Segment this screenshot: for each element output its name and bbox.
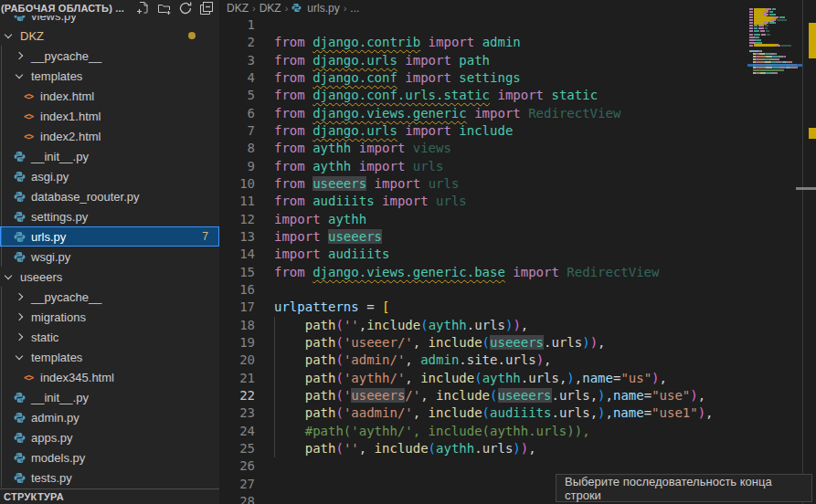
new-file-icon[interactable] [136, 1, 151, 16]
line-number[interactable]: 19 [219, 334, 274, 352]
code-line-26[interactable]: 26 [219, 457, 714, 475]
line-number[interactable]: 22 [219, 387, 274, 404]
code-line-15[interactable]: 15from django.views.generic.base import … [219, 264, 714, 281]
new-folder-icon[interactable] [157, 1, 172, 16]
tree-folder-dkz[interactable]: DKZ [0, 26, 219, 46]
code-line-22[interactable]: 22 path('useeers/', include(useeers.urls… [219, 387, 714, 404]
tree-folder-useeers[interactable]: useeers [0, 267, 219, 287]
tree-file-wsgi-py[interactable]: wsgi.py [0, 247, 219, 267]
breadcrumb-item[interactable]: ... [350, 2, 359, 15]
collapse-all-icon[interactable] [199, 1, 214, 16]
tree-file-index345-html[interactable]: <>index345.html [0, 367, 219, 387]
line-number[interactable]: 26 [219, 457, 274, 475]
code-line-9[interactable]: 9from aythh import urls [219, 158, 714, 175]
line-number[interactable]: 5 [219, 87, 274, 104]
code-line-10[interactable]: 10from useeers import urls [219, 175, 714, 193]
line-number[interactable]: 20 [219, 352, 274, 369]
breadcrumb-item[interactable]: DKZ [260, 2, 281, 15]
line-number[interactable]: 23 [219, 404, 274, 422]
code-line-11[interactable]: 11from audiiits import urls [219, 193, 714, 210]
line-number[interactable]: 14 [219, 246, 274, 263]
line-number[interactable]: 2 [219, 34, 274, 51]
line-number[interactable]: 1 [219, 16, 274, 34]
file-label: urls.py [31, 230, 66, 244]
line-number[interactable]: 4 [219, 69, 274, 87]
line-number[interactable]: 27 [219, 476, 274, 493]
minimap-line [777, 19, 787, 21]
workspace-section-header[interactable]: (РАБОЧАЯ ОБЛАСТЬ) ... [0, 0, 219, 16]
code-line-3[interactable]: 3from django.urls import path [219, 52, 714, 69]
code-line-5[interactable]: 5from django.conf.urls.static import sta… [219, 87, 714, 104]
breadcrumb-item[interactable]: urls.py [307, 2, 339, 15]
tree-file-index1-html[interactable]: <>index1.html [0, 106, 219, 126]
line-number[interactable]: 16 [219, 281, 274, 299]
code-line-6[interactable]: 6from django.views.generic import Redire… [219, 105, 714, 122]
line-number[interactable]: 15 [219, 264, 274, 281]
tree-file-models-py[interactable]: models.py [0, 447, 219, 467]
overview-ruler[interactable] [802, 0, 816, 504]
code-line-24[interactable]: 24 #path('aythh/', include(aythh.urls)), [219, 423, 714, 440]
line-number[interactable]: 9 [219, 158, 274, 175]
minimap-line [779, 58, 779, 60]
tree-file--init-py[interactable]: __init__.py [0, 146, 219, 166]
line-number[interactable]: 12 [219, 211, 274, 228]
code-line-16[interactable]: 16 [219, 281, 714, 299]
tree-file-apps-py[interactable]: apps.py [0, 427, 219, 447]
code-line-25[interactable]: 25 path('', include(aythh.urls)), [219, 440, 714, 457]
tree-file-index-html[interactable]: <>index.html [0, 86, 219, 106]
line-number[interactable]: 13 [219, 228, 274, 246]
tree-folder-templates[interactable]: templates [0, 347, 219, 367]
tree-folder-templates[interactable]: templates [0, 66, 219, 86]
tree-file-urls-py[interactable]: urls.py7 [0, 226, 219, 247]
code-line-4[interactable]: 4from django.conf import settings [219, 69, 714, 87]
line-number[interactable]: 8 [219, 140, 274, 157]
code-line-21[interactable]: 21 path('aythh/', include(aythh.urls,),n… [219, 370, 714, 387]
code-line-20[interactable]: 20 path('admin/', admin.site.urls), [219, 352, 714, 369]
tree-folder--pycache-[interactable]: __pycache__ [0, 287, 219, 307]
tree-file-admin-py[interactable]: admin.py [0, 407, 219, 427]
code-line-17[interactable]: 17urlpatterns = [ [219, 299, 714, 316]
tree-file--init-py[interactable]: __init__.py [0, 387, 219, 407]
code-line-13[interactable]: 13import useeers [219, 228, 714, 246]
line-number[interactable]: 11 [219, 193, 274, 210]
tree-folder-migrations[interactable]: migrations [0, 307, 219, 327]
code-token [429, 194, 436, 208]
code-line-12[interactable]: 12import aythh [219, 211, 714, 228]
code-area[interactable]: 12from django.contrib import admin3from … [219, 16, 714, 504]
tree-file-settings-py[interactable]: settings.py [0, 206, 219, 226]
breadcrumb-item[interactable]: DKZ [227, 2, 249, 15]
line-number[interactable]: 28 [219, 493, 274, 504]
line-number[interactable]: 6 [219, 105, 274, 122]
line-number[interactable]: 17 [219, 299, 274, 316]
code-line-23[interactable]: 23 path('aadmin/', include(audiiits.urls… [219, 404, 714, 422]
tree-folder-static[interactable]: static [0, 327, 219, 347]
code-line-2[interactable]: 2from django.contrib import admin [219, 34, 714, 51]
code-line-8[interactable]: 8from aythh import views [219, 140, 714, 157]
line-number[interactable]: 24 [219, 423, 274, 440]
tree-file-database-roouter-py[interactable]: database_roouter.py [0, 186, 219, 206]
code-line-1[interactable]: 1 [219, 16, 714, 34]
minimap-line [779, 16, 785, 18]
tree-file-asgi-py[interactable]: asgi.py [0, 166, 219, 186]
code-token: "use1" [652, 405, 698, 420]
line-number[interactable]: 7 [219, 122, 274, 140]
tree-folder--pycache-[interactable]: __pycache__ [0, 46, 219, 66]
code-line-7[interactable]: 7from django.urls import include [219, 122, 714, 140]
line-number[interactable]: 3 [219, 52, 274, 69]
line-number[interactable]: 10 [219, 175, 274, 193]
code-line-19[interactable]: 19 path('useeer/', include(useeers.urls)… [219, 334, 714, 352]
outline-section-header[interactable]: СТРУКТУРА [0, 488, 219, 504]
code-token [351, 159, 358, 173]
code-line-18[interactable]: 18 path('',include(aythh.urls)), [219, 317, 714, 334]
line-number[interactable]: 21 [219, 370, 274, 387]
code-token: 'useeer/' [344, 335, 413, 350]
line-number[interactable]: 18 [219, 317, 274, 334]
tree-file-tests-py[interactable]: tests.py [0, 467, 219, 488]
line-number[interactable]: 25 [219, 440, 274, 457]
refresh-icon[interactable] [178, 1, 193, 16]
tree-file-index2-html[interactable]: <>index2.html [0, 126, 219, 146]
code-line-14[interactable]: 14import audiiits [219, 246, 714, 263]
file-label: __pycache__ [31, 49, 101, 63]
minimap[interactable] [747, 2, 802, 504]
code-token [420, 176, 428, 191]
